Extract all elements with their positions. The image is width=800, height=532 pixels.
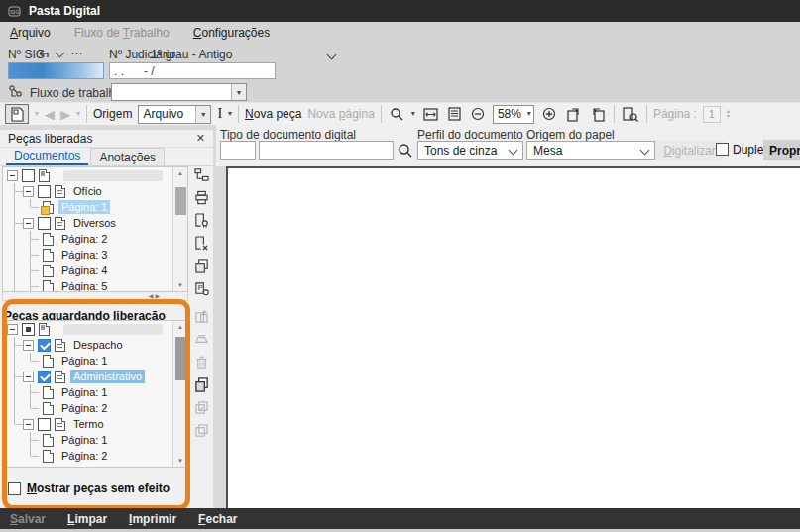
released-tree-scrollbar[interactable]: ▲ ▼ xyxy=(172,167,187,291)
released-tree-hscrollbar[interactable]: ◀ ▶ xyxy=(2,292,188,301)
zoom-tool-dropdown-icon[interactable]: ▾ xyxy=(411,110,415,118)
organize-pages-icon[interactable] xyxy=(192,166,210,183)
scroll-right-icon[interactable]: ▶ xyxy=(155,293,160,299)
menu-configuracoes[interactable]: Configurações xyxy=(193,26,270,40)
expander-icon[interactable] xyxy=(23,218,34,229)
tipo-descricao-input[interactable] xyxy=(259,141,394,160)
tree-node-diversos[interactable]: Diversos xyxy=(3,215,187,231)
validate-signature-icon[interactable]: P xyxy=(192,280,210,297)
page-preview-button[interactable] xyxy=(621,104,640,124)
nova-pagina-button[interactable]: Nova página xyxy=(307,107,374,121)
zoom-in-button[interactable] xyxy=(540,104,558,124)
rotate-page-right-button[interactable] xyxy=(564,104,583,124)
node-checkbox[interactable] xyxy=(38,371,51,383)
panel-close-icon[interactable]: ✕ xyxy=(196,132,205,145)
tree-node-pagina2[interactable]: Página: 2 xyxy=(3,231,187,247)
nav-dropdown-icon[interactable]: ▾ xyxy=(35,110,39,118)
digitalizar-button[interactable]: Digitalizar xyxy=(655,140,724,160)
zoom-level-combobox[interactable]: 58% ▾ xyxy=(493,105,534,124)
copy-pages-icon[interactable] xyxy=(192,376,210,393)
scroll-up-icon[interactable]: ▲ xyxy=(177,321,183,333)
next-page-button[interactable]: ▶ xyxy=(60,108,70,121)
limpar-button[interactable]: Limpar xyxy=(67,512,107,526)
zoom-out-button[interactable] xyxy=(469,104,487,124)
pagina-number-input[interactable] xyxy=(703,106,721,123)
pagina-spinner[interactable]: ▴▾ xyxy=(727,109,730,119)
rotate-page-left-button[interactable] xyxy=(589,104,608,124)
tree-node-pagina1[interactable]: Página: 1 xyxy=(3,353,187,369)
tipo-documento-search-icon[interactable] xyxy=(398,143,412,158)
tree-node-pagina5[interactable]: Página: 5 xyxy=(3,278,187,292)
move-page-icon[interactable] xyxy=(192,308,210,325)
sig-more-icon[interactable]: … xyxy=(70,43,84,57)
copy-pages-icon[interactable] xyxy=(192,258,210,274)
node-checkbox[interactable] xyxy=(22,323,35,336)
scroll-down-icon[interactable]: ▼ xyxy=(177,279,183,291)
previous-page-button[interactable]: ◀ xyxy=(45,108,55,121)
tree-node-pagina2[interactable]: Página: 2 xyxy=(3,448,187,464)
zoom-tool-icon[interactable] xyxy=(388,104,405,124)
expander-icon[interactable] xyxy=(23,419,34,430)
scrollbar-thumb[interactable] xyxy=(175,187,186,215)
workflow-combobox[interactable]: ▾ xyxy=(111,83,247,101)
origem-combobox[interactable]: Arquivo ▾ xyxy=(138,105,211,124)
sign-certificate-icon[interactable] xyxy=(192,212,210,229)
scanner-icon[interactable] xyxy=(192,331,210,348)
tab-documentos[interactable]: Documentos xyxy=(6,148,88,165)
tree-node-pagina1[interactable]: Página: 1 xyxy=(3,384,187,400)
scroll-up-icon[interactable]: ▲ xyxy=(177,167,183,179)
menu-fluxo-de-trabalho[interactable]: Fluxo de Trabalho xyxy=(74,26,170,40)
expander-icon[interactable] xyxy=(23,340,34,351)
tree-node-root[interactable] xyxy=(3,321,187,337)
fit-width-button[interactable] xyxy=(421,104,440,124)
expander-icon[interactable] xyxy=(23,186,34,197)
text-tool-dropdown-icon[interactable]: ▾ xyxy=(228,110,232,118)
printer-icon[interactable] xyxy=(192,189,210,206)
origem-papel-select[interactable]: Mesa xyxy=(526,141,655,160)
menu-arquivo[interactable]: Arquivo xyxy=(10,26,51,40)
tab-anotacoes[interactable]: Anotações xyxy=(90,148,165,165)
origem-dropdown-button[interactable]: ▾ xyxy=(195,106,210,123)
judiciario-number-input[interactable] xyxy=(109,62,276,79)
tree-node-termo[interactable]: Termo xyxy=(3,416,187,432)
instance-selector-chevron-icon[interactable] xyxy=(327,51,337,60)
nav-dropdown2-icon[interactable]: ▾ xyxy=(76,110,80,118)
tree-node-administrativo[interactable]: Administrativo xyxy=(3,369,187,384)
expander-icon[interactable] xyxy=(23,372,34,382)
pending-tree-scrollbar[interactable]: ▲ ▼ xyxy=(172,321,187,467)
fechar-button[interactable]: Fechar xyxy=(198,512,237,526)
sig-history-chevron-icon[interactable] xyxy=(56,49,65,58)
scroll-down-icon[interactable]: ▼ xyxy=(177,455,183,467)
node-checkbox[interactable] xyxy=(38,217,51,230)
remove-certificate-icon[interactable] xyxy=(192,235,210,252)
expander-icon[interactable] xyxy=(7,170,18,181)
mostrar-pecas-label[interactable]: Mostrar peças sem efeito xyxy=(27,481,170,495)
node-checkbox[interactable] xyxy=(38,418,51,431)
scrollbar-thumb[interactable] xyxy=(175,337,186,380)
tree-node-oficio[interactable]: Ofício xyxy=(3,183,187,199)
perfil-documento-select[interactable]: Tons de cinza xyxy=(417,141,523,160)
nova-peca-button[interactable]: Nova peça xyxy=(245,107,301,121)
fit-page-button[interactable] xyxy=(446,104,463,124)
expander-icon[interactable] xyxy=(7,324,18,335)
node-checkbox[interactable] xyxy=(22,169,35,182)
salvar-button[interactable]: Salvar xyxy=(10,512,46,526)
propriedades-button[interactable]: Propri xyxy=(763,140,800,160)
tree-node-pagina2[interactable]: Página: 2 xyxy=(3,400,187,416)
workflow-dropdown-button[interactable]: ▾ xyxy=(231,84,246,100)
sig-number-input[interactable] xyxy=(8,62,104,79)
tree-node-pagina4[interactable]: Página: 4 xyxy=(3,263,187,278)
scroll-left-icon[interactable]: ◀ xyxy=(149,293,154,299)
node-checkbox[interactable] xyxy=(38,339,51,352)
trash-icon[interactable] xyxy=(192,354,210,371)
duplex-checkbox[interactable] xyxy=(716,143,729,156)
imprimir-button[interactable]: Imprimir xyxy=(129,512,176,526)
pages-icon[interactable] xyxy=(192,422,210,439)
tree-node-root[interactable] xyxy=(3,167,187,183)
tree-node-pagina3[interactable]: Página: 3 xyxy=(3,247,187,263)
zoom-level-dropdown-icon[interactable]: ▾ xyxy=(527,110,531,118)
undo-icon[interactable] xyxy=(37,48,50,59)
tree-node-despacho[interactable]: Despacho xyxy=(3,337,187,353)
document-view-toggle-button[interactable] xyxy=(5,104,29,124)
tipo-codigo-input[interactable] xyxy=(220,141,256,160)
